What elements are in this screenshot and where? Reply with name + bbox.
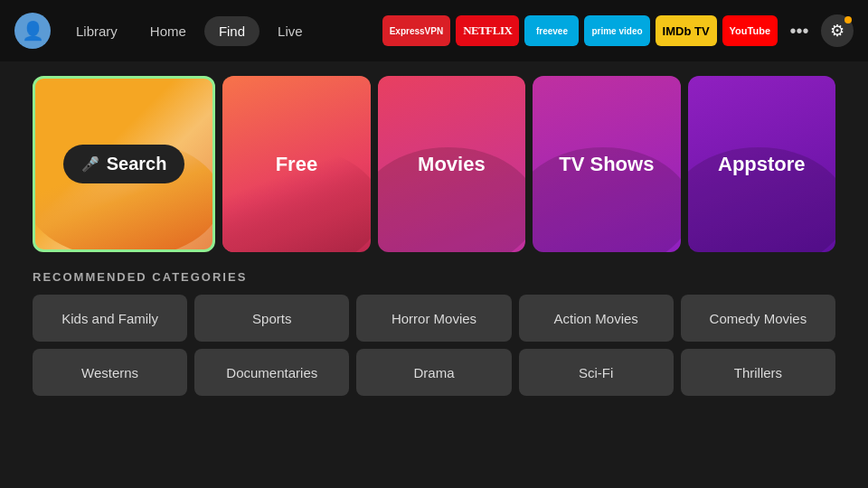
prime-label: prime video — [591, 26, 642, 36]
free-tile[interactable]: Free — [222, 76, 370, 252]
youtube-label: YouTube — [730, 25, 770, 36]
netflix-label: NETFLIX — [463, 23, 512, 38]
app-netflix[interactable]: NETFLIX — [456, 15, 519, 46]
category-tile[interactable]: Sports — [194, 295, 349, 342]
app-prime-video[interactable]: prime video — [584, 15, 649, 46]
category-tile[interactable]: Drama — [356, 349, 511, 396]
category-tile[interactable]: Kids and Family — [33, 295, 187, 342]
category-tile[interactable]: Action Movies — [519, 295, 674, 342]
nav-live[interactable]: Live — [263, 16, 317, 46]
search-tile[interactable]: 🎤 Search — [33, 76, 215, 252]
nav-find[interactable]: Find — [204, 16, 259, 46]
main-content: 🎤 Search Free Movies TV Shows Appstore R… — [0, 61, 868, 410]
search-button[interactable]: 🎤 Search — [63, 145, 185, 183]
microphone-icon: 🎤 — [81, 155, 99, 173]
more-apps-button[interactable]: ••• — [783, 14, 816, 47]
category-tile[interactable]: Westerns — [33, 349, 187, 396]
freevee-label: freevee — [536, 26, 568, 36]
expressvpn-label: ExpressVPN — [390, 26, 443, 36]
app-expressvpn[interactable]: ExpressVPN — [382, 15, 450, 46]
top-navigation: 👤 Library Home Find Live ExpressVPN NETF… — [0, 0, 868, 61]
app-youtube[interactable]: YouTube — [722, 15, 778, 46]
tvshows-label: TV Shows — [559, 153, 654, 176]
app-imdb[interactable]: IMDb TV — [656, 15, 717, 46]
recommended-section-title: RECOMMENDED CATEGORIES — [33, 270, 835, 284]
category-tile[interactable]: Horror Movies — [356, 295, 511, 342]
nav-home[interactable]: Home — [136, 16, 201, 46]
avatar-icon: 👤 — [22, 20, 44, 42]
appstore-tile[interactable]: Appstore — [688, 76, 835, 252]
settings-notification-dot — [844, 16, 852, 23]
category-tile[interactable]: Documentaries — [194, 349, 349, 396]
free-label: Free — [276, 153, 317, 176]
settings-button[interactable]: ⚙ — [821, 14, 854, 47]
imdb-label: IMDb TV — [663, 24, 710, 38]
category-tile[interactable]: Sci-Fi — [519, 349, 674, 396]
user-avatar[interactable]: 👤 — [14, 13, 51, 49]
appstore-label: Appstore — [718, 153, 806, 176]
movies-tile[interactable]: Movies — [378, 76, 525, 252]
app-freevee[interactable]: freevee — [524, 15, 579, 46]
hero-tiles: 🎤 Search Free Movies TV Shows Appstore — [33, 76, 835, 252]
category-grid: Kids and FamilySportsHorror MoviesAction… — [33, 295, 835, 396]
movies-label: Movies — [418, 153, 486, 176]
app-shortcuts: ExpressVPN NETFLIX freevee prime video I… — [382, 14, 854, 47]
settings-icon: ⚙ — [830, 21, 844, 41]
category-tile[interactable]: Thrillers — [681, 349, 835, 396]
nav-links: Library Home Find Live — [61, 16, 317, 46]
category-tile[interactable]: Comedy Movies — [681, 295, 835, 342]
search-label: Search — [107, 154, 167, 174]
tvshows-tile[interactable]: TV Shows — [533, 76, 680, 252]
nav-library[interactable]: Library — [61, 16, 132, 46]
